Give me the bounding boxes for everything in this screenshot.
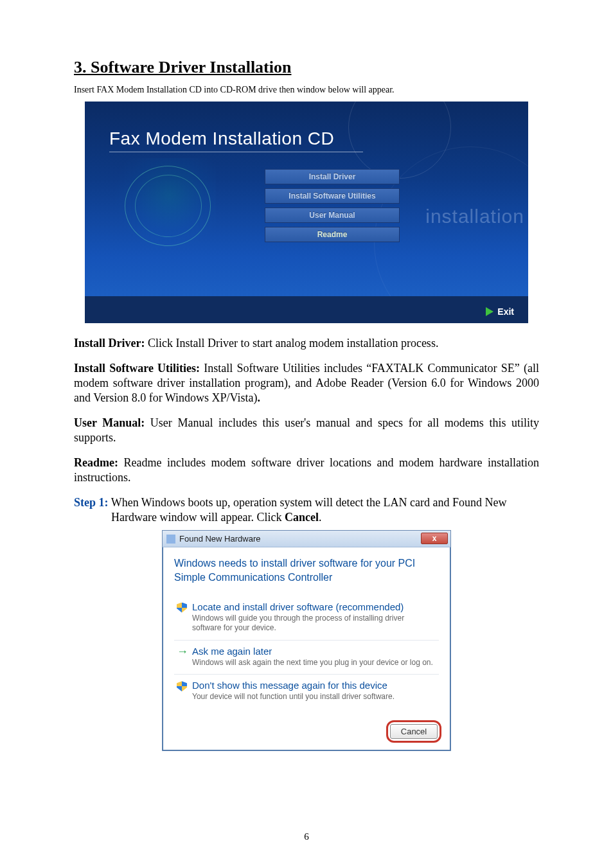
step-1-text-b: Hardware window will appear. Click bbox=[111, 511, 285, 524]
option-locate-install[interactable]: Locate and install driver software (reco… bbox=[174, 596, 439, 640]
readme-button[interactable]: Readme bbox=[265, 227, 400, 242]
play-icon bbox=[486, 307, 493, 316]
readme-label: Readme: bbox=[74, 456, 118, 469]
exit-button[interactable]: Exit bbox=[486, 306, 514, 317]
dialog-app-icon bbox=[166, 535, 175, 544]
cd-footer-bar: Exit bbox=[85, 296, 528, 323]
user-manual-label: User Manual: bbox=[74, 416, 145, 429]
option-title: Locate and install driver software (reco… bbox=[192, 601, 434, 612]
option-description: Your device will not function until you … bbox=[192, 692, 434, 702]
dialog-titlebar: Found New Hardware x bbox=[163, 531, 450, 547]
step-1-period: . bbox=[319, 511, 322, 524]
period-bold: . bbox=[258, 391, 261, 404]
option-ask-later[interactable]: Ask me again later Windows will ask agai… bbox=[174, 640, 439, 675]
option-description: Windows will guide you through the proce… bbox=[192, 614, 434, 633]
close-button[interactable]: x bbox=[421, 533, 448, 544]
step-1: Step 1: When Windows boots up, operation… bbox=[74, 495, 539, 525]
intro-text: Insert FAX Modem Installation CD into CD… bbox=[74, 85, 539, 95]
installation-watermark: installation bbox=[425, 206, 524, 227]
step-1-label: Step 1: bbox=[74, 496, 109, 509]
dialog-heading: Windows needs to install driver software… bbox=[174, 556, 439, 584]
cancel-highlight-ring: Cancel bbox=[386, 720, 441, 743]
option-description: Windows will ask again the next time you… bbox=[192, 658, 434, 668]
option-title: Ask me again later bbox=[192, 646, 434, 657]
page-number: 6 bbox=[0, 831, 613, 842]
install-driver-label: Install Driver: bbox=[74, 337, 145, 350]
readme-paragraph: Readme: Readme includes modem software d… bbox=[74, 456, 539, 485]
step-1-text-a: When Windows boots up, operation system … bbox=[109, 496, 507, 509]
install-driver-paragraph: Install Driver: Click Install Driver to … bbox=[74, 336, 539, 351]
shield-icon bbox=[177, 681, 187, 691]
step-1-cancel: Cancel bbox=[285, 511, 319, 524]
dialog-title: Found New Hardware bbox=[179, 534, 260, 544]
exit-label: Exit bbox=[497, 306, 514, 317]
shield-icon bbox=[177, 603, 187, 613]
cd-title: Fax Modem Installation CD bbox=[109, 128, 334, 149]
install-software-label: Install Software Utilities: bbox=[74, 362, 200, 375]
install-driver-text: Click Install Driver to start analog mod… bbox=[145, 337, 438, 350]
globe-graphic bbox=[113, 158, 216, 251]
install-software-utilities-button[interactable]: Install Software Utilities bbox=[265, 188, 400, 204]
found-new-hardware-dialog: Found New Hardware x Windows needs to in… bbox=[162, 530, 451, 751]
user-manual-paragraph: User Manual: User Manual includes this u… bbox=[74, 416, 539, 445]
section-title: 3. Software Driver Installation bbox=[74, 58, 539, 77]
install-driver-button[interactable]: Install Driver bbox=[265, 169, 400, 184]
cancel-button[interactable]: Cancel bbox=[390, 724, 438, 739]
option-title: Don't show this message again for this d… bbox=[192, 680, 434, 691]
arrow-right-icon bbox=[177, 647, 187, 657]
user-manual-button[interactable]: User Manual bbox=[265, 208, 400, 223]
install-software-paragraph: Install Software Utilities: Install Soft… bbox=[74, 361, 539, 405]
dialog-footer: Cancel bbox=[163, 716, 450, 750]
divider bbox=[109, 152, 363, 152]
readme-text: Readme includes modem software driver lo… bbox=[74, 456, 539, 484]
option-dont-show[interactable]: Don't show this message again for this d… bbox=[174, 674, 439, 709]
cd-installer-figure: Fax Modem Installation CD installation I… bbox=[85, 102, 528, 323]
